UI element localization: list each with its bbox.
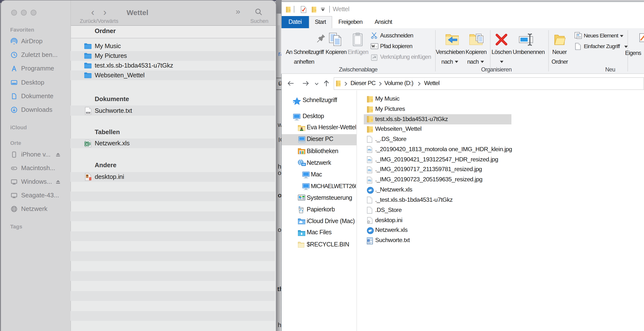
svg-text:TXT: TXT <box>87 112 90 113</box>
svg-text:A: A <box>368 239 370 242</box>
